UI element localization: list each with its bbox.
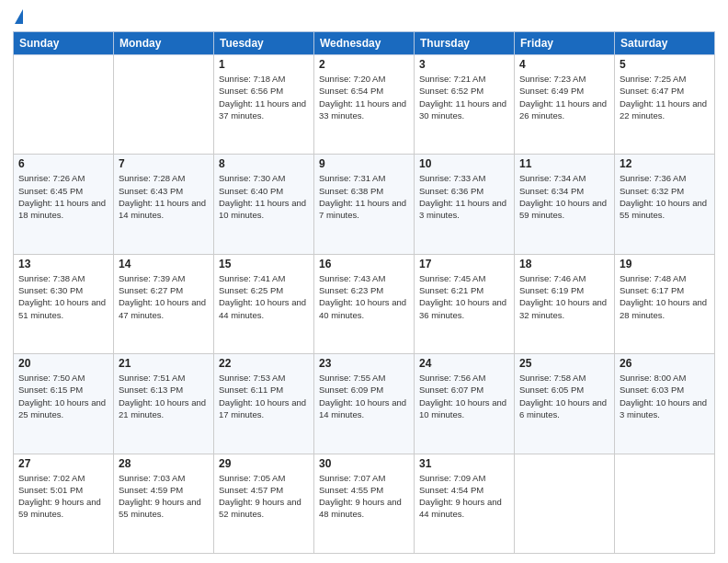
col-monday: Monday — [114, 32, 214, 55]
day-info: Sunrise: 7:38 AMSunset: 6:30 PMDaylight:… — [18, 272, 108, 321]
col-tuesday: Tuesday — [214, 32, 314, 55]
col-friday: Friday — [515, 32, 615, 55]
col-thursday: Thursday — [415, 32, 515, 55]
day-info: Sunrise: 7:34 AMSunset: 6:34 PMDaylight:… — [519, 172, 609, 221]
day-number: 29 — [219, 457, 309, 470]
calendar-cell: 13Sunrise: 7:38 AMSunset: 6:30 PMDayligh… — [14, 254, 114, 353]
day-number: 6 — [18, 157, 108, 170]
day-number: 30 — [319, 457, 409, 470]
calendar-cell: 8Sunrise: 7:30 AMSunset: 6:40 PMDaylight… — [214, 155, 314, 254]
calendar-cell: 16Sunrise: 7:43 AMSunset: 6:23 PMDayligh… — [314, 254, 415, 353]
calendar-cell: 3Sunrise: 7:21 AMSunset: 6:52 PMDaylight… — [415, 55, 515, 155]
day-number: 10 — [419, 157, 509, 170]
calendar-week-4: 20Sunrise: 7:50 AMSunset: 6:15 PMDayligh… — [14, 354, 715, 454]
calendar-cell: 24Sunrise: 7:56 AMSunset: 6:07 PMDayligh… — [415, 354, 515, 454]
calendar-cell: 23Sunrise: 7:55 AMSunset: 6:09 PMDayligh… — [314, 354, 415, 454]
calendar-cell: 11Sunrise: 7:34 AMSunset: 6:34 PMDayligh… — [515, 155, 615, 254]
calendar-cell: 27Sunrise: 7:02 AMSunset: 5:01 PMDayligh… — [14, 454, 114, 553]
day-info: Sunrise: 7:58 AMSunset: 6:05 PMDaylight:… — [519, 372, 609, 420]
calendar-cell — [114, 55, 214, 155]
day-info: Sunrise: 7:20 AMSunset: 6:54 PMDaylight:… — [319, 73, 409, 121]
day-info: Sunrise: 7:23 AMSunset: 6:49 PMDaylight:… — [519, 73, 609, 121]
calendar-cell: 6Sunrise: 7:26 AMSunset: 6:45 PMDaylight… — [14, 155, 114, 254]
calendar-cell: 10Sunrise: 7:33 AMSunset: 6:36 PMDayligh… — [415, 155, 515, 254]
col-sunday: Sunday — [14, 32, 114, 55]
day-info: Sunrise: 7:56 AMSunset: 6:07 PMDaylight:… — [419, 372, 509, 420]
day-info: Sunrise: 7:02 AMSunset: 5:01 PMDaylight:… — [18, 472, 108, 521]
calendar-cell: 21Sunrise: 7:51 AMSunset: 6:13 PMDayligh… — [114, 354, 214, 454]
day-info: Sunrise: 7:43 AMSunset: 6:23 PMDaylight:… — [319, 272, 409, 321]
day-info: Sunrise: 7:07 AMSunset: 4:55 PMDaylight:… — [319, 472, 409, 521]
day-number: 26 — [620, 357, 710, 370]
day-number: 16 — [319, 258, 409, 270]
day-number: 19 — [620, 258, 710, 270]
calendar-cell: 15Sunrise: 7:41 AMSunset: 6:25 PMDayligh… — [214, 254, 314, 353]
day-info: Sunrise: 7:45 AMSunset: 6:21 PMDaylight:… — [419, 272, 509, 321]
day-info: Sunrise: 7:05 AMSunset: 4:57 PMDaylight:… — [219, 472, 309, 521]
day-info: Sunrise: 7:39 AMSunset: 6:27 PMDaylight:… — [119, 272, 209, 321]
header — [13, 9, 715, 24]
calendar-table: Sunday Monday Tuesday Wednesday Thursday… — [13, 31, 715, 554]
day-info: Sunrise: 7:18 AMSunset: 6:56 PMDaylight:… — [219, 73, 309, 121]
calendar-week-5: 27Sunrise: 7:02 AMSunset: 5:01 PMDayligh… — [14, 454, 715, 553]
day-number: 25 — [519, 357, 609, 370]
day-number: 8 — [219, 157, 309, 170]
calendar-cell: 26Sunrise: 8:00 AMSunset: 6:03 PMDayligh… — [615, 354, 715, 454]
calendar-cell: 19Sunrise: 7:48 AMSunset: 6:17 PMDayligh… — [615, 254, 715, 353]
day-number: 24 — [419, 357, 509, 370]
day-info: Sunrise: 7:46 AMSunset: 6:19 PMDaylight:… — [519, 272, 609, 321]
calendar-week-1: 1Sunrise: 7:18 AMSunset: 6:56 PMDaylight… — [14, 55, 715, 155]
day-number: 22 — [219, 357, 309, 370]
day-number: 18 — [519, 258, 609, 270]
calendar-cell: 29Sunrise: 7:05 AMSunset: 4:57 PMDayligh… — [214, 454, 314, 553]
day-info: Sunrise: 7:31 AMSunset: 6:38 PMDaylight:… — [319, 172, 409, 221]
day-info: Sunrise: 7:50 AMSunset: 6:15 PMDaylight:… — [18, 372, 108, 420]
day-info: Sunrise: 7:55 AMSunset: 6:09 PMDaylight:… — [319, 372, 409, 420]
calendar-cell: 28Sunrise: 7:03 AMSunset: 4:59 PMDayligh… — [114, 454, 214, 553]
day-number: 31 — [419, 457, 509, 470]
day-info: Sunrise: 7:48 AMSunset: 6:17 PMDaylight:… — [620, 272, 710, 321]
day-number: 12 — [620, 157, 710, 170]
calendar-cell: 1Sunrise: 7:18 AMSunset: 6:56 PMDaylight… — [214, 55, 314, 155]
day-info: Sunrise: 8:00 AMSunset: 6:03 PMDaylight:… — [620, 372, 710, 420]
calendar-cell: 5Sunrise: 7:25 AMSunset: 6:47 PMDaylight… — [615, 55, 715, 155]
day-number: 14 — [119, 258, 209, 270]
day-number: 3 — [419, 58, 509, 71]
day-info: Sunrise: 7:30 AMSunset: 6:40 PMDaylight:… — [219, 172, 309, 221]
logo — [13, 9, 23, 24]
day-info: Sunrise: 7:33 AMSunset: 6:36 PMDaylight:… — [419, 172, 509, 221]
calendar-cell — [615, 454, 715, 553]
calendar-cell: 2Sunrise: 7:20 AMSunset: 6:54 PMDaylight… — [314, 55, 415, 155]
calendar-cell: 17Sunrise: 7:45 AMSunset: 6:21 PMDayligh… — [415, 254, 515, 353]
day-info: Sunrise: 7:25 AMSunset: 6:47 PMDaylight:… — [620, 73, 710, 121]
calendar-cell: 14Sunrise: 7:39 AMSunset: 6:27 PMDayligh… — [114, 254, 214, 353]
calendar-cell: 12Sunrise: 7:36 AMSunset: 6:32 PMDayligh… — [615, 155, 715, 254]
page: Sunday Monday Tuesday Wednesday Thursday… — [0, 0, 728, 563]
day-number: 20 — [18, 357, 108, 370]
day-info: Sunrise: 7:21 AMSunset: 6:52 PMDaylight:… — [419, 73, 509, 121]
day-info: Sunrise: 7:41 AMSunset: 6:25 PMDaylight:… — [219, 272, 309, 321]
calendar-week-2: 6Sunrise: 7:26 AMSunset: 6:45 PMDaylight… — [14, 155, 715, 254]
day-number: 21 — [119, 357, 209, 370]
calendar-cell: 4Sunrise: 7:23 AMSunset: 6:49 PMDaylight… — [515, 55, 615, 155]
day-info: Sunrise: 7:09 AMSunset: 4:54 PMDaylight:… — [419, 472, 509, 521]
day-number: 7 — [119, 157, 209, 170]
logo-triangle-icon — [15, 9, 23, 24]
day-number: 4 — [519, 58, 609, 71]
day-number: 23 — [319, 357, 409, 370]
calendar-week-3: 13Sunrise: 7:38 AMSunset: 6:30 PMDayligh… — [14, 254, 715, 353]
calendar-cell: 18Sunrise: 7:46 AMSunset: 6:19 PMDayligh… — [515, 254, 615, 353]
calendar-cell: 30Sunrise: 7:07 AMSunset: 4:55 PMDayligh… — [314, 454, 415, 553]
calendar-header-row: Sunday Monday Tuesday Wednesday Thursday… — [14, 32, 715, 55]
calendar-cell: 22Sunrise: 7:53 AMSunset: 6:11 PMDayligh… — [214, 354, 314, 454]
calendar-cell — [515, 454, 615, 553]
col-wednesday: Wednesday — [314, 32, 415, 55]
calendar-cell: 31Sunrise: 7:09 AMSunset: 4:54 PMDayligh… — [415, 454, 515, 553]
day-info: Sunrise: 7:51 AMSunset: 6:13 PMDaylight:… — [119, 372, 209, 420]
day-info: Sunrise: 7:28 AMSunset: 6:43 PMDaylight:… — [119, 172, 209, 221]
calendar-cell: 25Sunrise: 7:58 AMSunset: 6:05 PMDayligh… — [515, 354, 615, 454]
day-info: Sunrise: 7:03 AMSunset: 4:59 PMDaylight:… — [119, 472, 209, 521]
day-info: Sunrise: 7:53 AMSunset: 6:11 PMDaylight:… — [219, 372, 309, 420]
day-number: 15 — [219, 258, 309, 270]
day-number: 2 — [319, 58, 409, 71]
